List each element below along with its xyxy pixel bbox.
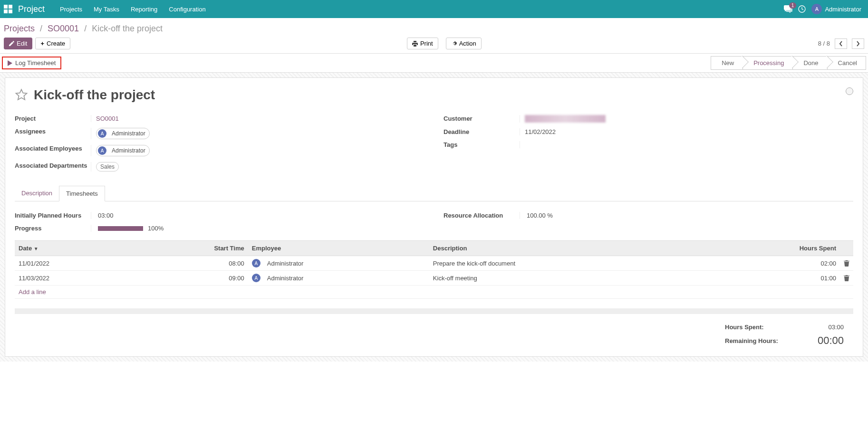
print-icon bbox=[412, 41, 418, 47]
delete-row-icon[interactable] bbox=[844, 260, 849, 267]
plus-icon: + bbox=[40, 40, 44, 47]
cell-start-time: 08:00 bbox=[133, 256, 248, 271]
apps-icon[interactable] bbox=[4, 5, 12, 13]
cell-start-time: 09:00 bbox=[133, 271, 248, 286]
top-navbar: Project Projects My Tasks Reporting Conf… bbox=[0, 0, 868, 18]
planned-hours-label: Initially Planned Hours bbox=[15, 212, 91, 219]
app-brand[interactable]: Project bbox=[18, 4, 45, 14]
messages-icon[interactable]: 1 bbox=[784, 5, 792, 13]
messages-badge: 1 bbox=[789, 2, 797, 9]
nav-projects[interactable]: Projects bbox=[54, 6, 88, 13]
resource-alloc-value: 100.00 % bbox=[520, 212, 853, 219]
tags-label: Tags bbox=[444, 141, 520, 148]
chevron-left-icon bbox=[839, 41, 843, 47]
employee-avatar: A bbox=[252, 259, 260, 267]
stage-bar: New Processing Done Cancel bbox=[711, 56, 866, 70]
assoc-employee-tag[interactable]: A Administrator bbox=[96, 145, 150, 156]
col-hours-spent[interactable]: Hours Spent bbox=[704, 241, 840, 256]
user-avatar: A bbox=[811, 4, 822, 14]
sort-desc-icon: ▼ bbox=[34, 246, 39, 251]
hours-spent-label: Hours Spent: bbox=[725, 324, 801, 331]
nav-configuration[interactable]: Configuration bbox=[163, 6, 211, 13]
customer-label: Customer bbox=[444, 115, 520, 123]
edit-button[interactable]: Edit bbox=[4, 38, 32, 49]
deadline-value: 11/02/2022 bbox=[520, 128, 853, 135]
delete-row-icon[interactable] bbox=[844, 275, 849, 281]
create-button[interactable]: + Create bbox=[35, 38, 70, 49]
assoc-departments-label: Associated Departments bbox=[15, 162, 91, 172]
add-line-link[interactable]: Add a line bbox=[15, 286, 853, 299]
project-value[interactable]: SO0001 bbox=[91, 115, 424, 122]
breadcrumb-l1[interactable]: SO0001 bbox=[48, 24, 79, 33]
hours-spent-value: 03:00 bbox=[810, 324, 844, 331]
user-name: Administrator bbox=[825, 6, 861, 13]
pencil-icon bbox=[9, 41, 14, 46]
nav-reporting[interactable]: Reporting bbox=[125, 6, 163, 13]
nav-my-tasks[interactable]: My Tasks bbox=[88, 6, 125, 13]
timesheet-table: Date ▼ Start Time Employee Description H… bbox=[15, 240, 853, 299]
tab-timesheets[interactable]: Timesheets bbox=[59, 186, 105, 201]
print-button[interactable]: Print bbox=[407, 38, 438, 49]
cell-employee: AAdministrator bbox=[248, 271, 429, 286]
notebook-tabs: Description Timesheets bbox=[15, 186, 853, 201]
pager-next[interactable] bbox=[852, 38, 864, 49]
pager-text: 8 / 8 bbox=[818, 40, 830, 47]
assignee-tag[interactable]: A Administrator bbox=[96, 128, 150, 139]
tags-value bbox=[520, 141, 853, 148]
play-icon bbox=[8, 60, 12, 66]
col-description[interactable]: Description bbox=[429, 241, 704, 256]
employee-avatar: A bbox=[252, 274, 260, 282]
cell-description: Prepare the kick-off document bbox=[429, 256, 704, 271]
form-sheet: Kick-off the project Project SO0001 Assi… bbox=[5, 77, 863, 357]
action-button[interactable]: Action bbox=[446, 38, 482, 49]
cell-description: Kick-off meeting bbox=[429, 271, 704, 286]
planned-hours-value: 03:00 bbox=[91, 212, 424, 219]
remaining-hours-value: 00:00 bbox=[810, 334, 844, 347]
user-menu[interactable]: A Administrator bbox=[811, 4, 861, 14]
remaining-hours-label: Remaining Hours: bbox=[725, 337, 801, 344]
cell-date: 11/03/2022 bbox=[15, 271, 133, 286]
cell-employee: AAdministrator bbox=[248, 256, 429, 271]
project-label: Project bbox=[15, 115, 91, 122]
log-timesheet-button[interactable]: Log Timesheet bbox=[2, 57, 61, 69]
customer-value-redacted bbox=[525, 115, 606, 123]
resource-alloc-label: Resource Allocation bbox=[444, 212, 520, 219]
progress-value: 100% bbox=[148, 225, 164, 232]
assoc-dept-tag[interactable]: Sales bbox=[96, 162, 119, 172]
col-employee[interactable]: Employee bbox=[248, 241, 429, 256]
cell-hours: 02:00 bbox=[704, 256, 840, 271]
totals-section: Hours Spent: 03:00 Remaining Hours: 00:0… bbox=[15, 314, 853, 356]
gear-icon bbox=[451, 41, 457, 47]
progress-label: Progress bbox=[15, 225, 91, 232]
breadcrumb: Projects / SO0001 / Kick-off the project bbox=[4, 22, 864, 38]
pager-prev[interactable] bbox=[835, 38, 847, 49]
table-row[interactable]: 11/03/202209:00AAdministratorKick-off me… bbox=[15, 271, 853, 286]
breadcrumb-current: Kick-off the project bbox=[92, 24, 163, 33]
tab-description[interactable]: Description bbox=[15, 186, 59, 201]
assoc-employees-label: Associated Employees bbox=[15, 145, 91, 156]
cell-hours: 01:00 bbox=[704, 271, 840, 286]
deadline-label: Deadline bbox=[444, 128, 520, 135]
activities-icon[interactable] bbox=[798, 5, 806, 13]
col-start-time[interactable]: Start Time bbox=[133, 241, 248, 256]
table-row[interactable]: 11/01/202208:00AAdministratorPrepare the… bbox=[15, 256, 853, 271]
assignees-label: Assignees bbox=[15, 128, 91, 139]
table-footer-bar bbox=[15, 308, 853, 314]
stage-cancel[interactable]: Cancel bbox=[827, 56, 866, 70]
chevron-right-icon bbox=[856, 41, 860, 47]
col-date[interactable]: Date ▼ bbox=[15, 241, 133, 256]
priority-star-icon[interactable] bbox=[15, 88, 28, 102]
status-bar: Log Timesheet New Processing Done Cancel bbox=[0, 54, 868, 73]
kanban-state-toggle[interactable] bbox=[846, 87, 853, 95]
stage-done[interactable]: Done bbox=[792, 56, 827, 70]
breadcrumb-root[interactable]: Projects bbox=[4, 24, 35, 33]
task-title: Kick-off the project bbox=[34, 87, 155, 103]
progress-bar bbox=[98, 226, 143, 231]
stage-processing[interactable]: Processing bbox=[743, 56, 793, 70]
cell-date: 11/01/2022 bbox=[15, 256, 133, 271]
control-panel: Projects / SO0001 / Kick-off the project… bbox=[0, 18, 868, 54]
stage-new[interactable]: New bbox=[711, 56, 743, 70]
